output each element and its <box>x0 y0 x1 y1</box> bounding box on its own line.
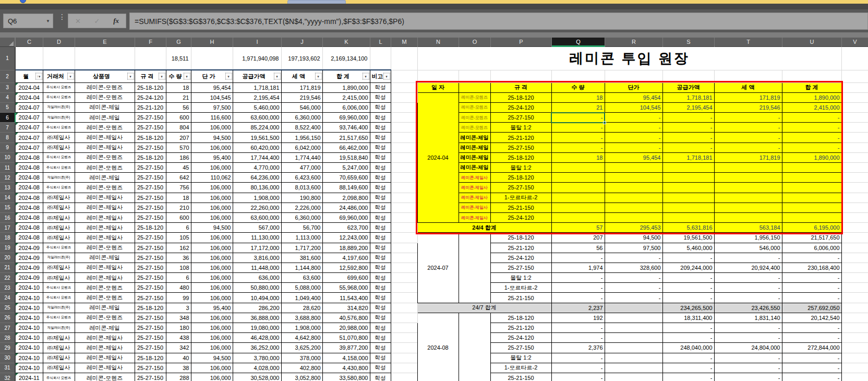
cell-J5[interactable]: 546,000 <box>281 102 322 112</box>
cell-J12[interactable]: 6,423,600 <box>281 173 322 183</box>
cell-H10[interactable]: 95,400 <box>191 152 233 162</box>
cell-T25[interactable]: 23,426,550 <box>714 303 782 313</box>
cell-H24[interactable]: 106,000 <box>191 293 233 303</box>
cell-M30[interactable] <box>391 353 417 363</box>
cell-P8[interactable]: 25-21-120 <box>490 133 551 142</box>
cell-O2[interactable] <box>459 70 490 82</box>
cell-J8[interactable]: 1,956,150 <box>281 133 322 142</box>
cell-J7[interactable]: 8,522,400 <box>281 123 322 133</box>
cell-D1[interactable] <box>43 47 75 70</box>
cell-G7[interactable]: 804 <box>166 123 191 133</box>
cell-L3[interactable]: 학성 <box>370 82 391 92</box>
cell-F23[interactable]: 25-27-150 <box>135 283 166 293</box>
cell-G19[interactable]: 162 <box>166 243 191 253</box>
cell-E26[interactable]: 레미콘-모헨즈 <box>75 313 135 323</box>
cell-F1[interactable] <box>135 47 166 70</box>
cell-C10[interactable]: 2024-08 <box>15 152 43 162</box>
cell-J25[interactable]: 28,620 <box>281 303 322 313</box>
column-header-K[interactable]: K <box>322 38 370 47</box>
cell-H16[interactable]: 106,000 <box>191 212 233 222</box>
cell-I28[interactable]: 46,428,000 <box>233 333 281 343</box>
cell-P5[interactable]: 25-24-120 <box>490 102 551 112</box>
filter-icon[interactable]: ▾ <box>274 73 281 80</box>
cell-Q6[interactable]: - <box>551 113 605 123</box>
cell-F3[interactable]: 25-18-120 <box>135 82 166 92</box>
cell-U24[interactable]: - <box>782 293 841 303</box>
cell-M7[interactable] <box>391 123 417 133</box>
cell-V4[interactable] <box>841 92 868 102</box>
cell-F28[interactable]: 25-27-150 <box>135 333 166 343</box>
cancel-icon[interactable]: ✕ <box>75 17 81 25</box>
cell-E30[interactable]: 레미콘-제일사 <box>75 353 135 363</box>
cell-V7[interactable] <box>841 123 868 133</box>
cell-T10[interactable]: 171,819 <box>714 152 782 162</box>
cell-K1[interactable]: 2,169,134,100 <box>322 47 370 70</box>
cell-J14[interactable]: 190,800 <box>281 193 322 203</box>
cell-L21[interactable]: 학성 <box>370 263 391 272</box>
cell-S32[interactable]: - <box>662 373 714 381</box>
cell-O11[interactable]: 레미콘-제일 <box>459 163 490 173</box>
cell-S27[interactable]: - <box>662 323 714 333</box>
cell-I21[interactable]: 11,448,000 <box>233 263 281 272</box>
cell-H23[interactable]: 106,000 <box>191 283 233 293</box>
cell-D24[interactable]: 주식회사 모헨즈 <box>43 293 75 303</box>
cell-T8[interactable]: - <box>714 133 782 142</box>
cell-L28[interactable]: 학성 <box>370 333 391 343</box>
cell-J29[interactable]: 3,625,200 <box>281 343 322 353</box>
cell-U18[interactable]: 21,517,650 <box>782 233 841 243</box>
cell-L19[interactable]: 학성 <box>370 243 391 253</box>
cell-I32[interactable]: 30,528,000 <box>233 373 281 381</box>
cell-T23[interactable]: - <box>714 283 782 293</box>
cell-N17-total-label[interactable]: 24/4 합계 <box>417 223 551 233</box>
column-filter-header-K[interactable]: 합 계▾ <box>322 70 370 82</box>
cell-Q13[interactable] <box>551 183 605 193</box>
column-filter-header-F[interactable]: 규 격▾ <box>135 70 166 82</box>
column-header-E[interactable]: E <box>75 38 135 47</box>
cell-Q24[interactable]: - <box>551 293 605 303</box>
cell-I16[interactable]: 63,600,000 <box>233 212 281 222</box>
cell-M3[interactable] <box>391 82 417 92</box>
filter-icon[interactable]: ▾ <box>363 73 369 80</box>
cell-L1[interactable] <box>370 47 391 70</box>
cell-P11[interactable]: 몰탈 1:2 <box>490 163 551 173</box>
column-filter-header-L[interactable]: 비고▾ <box>370 70 391 82</box>
filter-icon[interactable]: ▾ <box>315 73 322 80</box>
cell-V18[interactable] <box>841 233 868 243</box>
cell-S24[interactable]: - <box>662 293 714 303</box>
cell-U5[interactable]: 2,415,000 <box>782 102 841 112</box>
cell-D13[interactable]: 주식회사 모헨즈 <box>43 183 75 193</box>
cell-I18[interactable]: 11,130,000 <box>233 233 281 243</box>
cell-V8[interactable] <box>841 133 868 142</box>
cell-R22[interactable]: - <box>605 273 662 283</box>
cell-M6[interactable] <box>391 113 417 123</box>
cell-S6[interactable]: - <box>662 113 714 123</box>
cell-C26[interactable]: 2024-10 <box>15 313 43 323</box>
cell-F25[interactable]: 25-18-120 <box>135 303 166 313</box>
cell-I3[interactable]: 1,718,181 <box>233 82 281 92</box>
cell-U28[interactable]: - <box>782 333 841 343</box>
cell-L14[interactable]: 학성 <box>370 193 391 203</box>
cell-G17[interactable]: 6 <box>166 223 191 233</box>
cell-K8[interactable]: 21,517,650 <box>322 133 370 142</box>
cell-F17[interactable]: 25-18-120 <box>135 223 166 233</box>
cell-U10[interactable]: 1,890,000 <box>782 152 841 162</box>
cell-M4[interactable] <box>391 92 417 102</box>
cell-M5[interactable] <box>391 102 417 112</box>
cell-E3[interactable]: 레미콘-모헨즈 <box>75 82 135 92</box>
row-header-7[interactable]: 7 <box>0 123 15 133</box>
column-filter-header-I[interactable]: 공급가액▾ <box>233 70 281 82</box>
cell-O8[interactable]: 레미콘-제일 <box>459 133 490 142</box>
sort-asc-filter-icon[interactable]: ↑▾ <box>35 73 42 80</box>
cell-U23[interactable]: - <box>782 283 841 293</box>
name-box-value[interactable]: Q6 <box>4 17 43 25</box>
cell-Q31[interactable]: - <box>551 363 605 373</box>
cell-F15[interactable]: 25-27-150 <box>135 203 166 212</box>
cell-V22[interactable] <box>841 273 868 283</box>
cell-J6[interactable]: 6,360,000 <box>281 113 322 123</box>
cell-E19[interactable]: 레미콘-모헨즈 <box>75 243 135 253</box>
cell-E6[interactable]: 레미콘-제일 <box>75 113 135 123</box>
cell-E1[interactable] <box>75 47 135 70</box>
cell-K9[interactable]: 66,462,000 <box>322 142 370 152</box>
cell-R23[interactable]: - <box>605 283 662 293</box>
cell-Q3[interactable]: 수 량 <box>551 82 605 92</box>
